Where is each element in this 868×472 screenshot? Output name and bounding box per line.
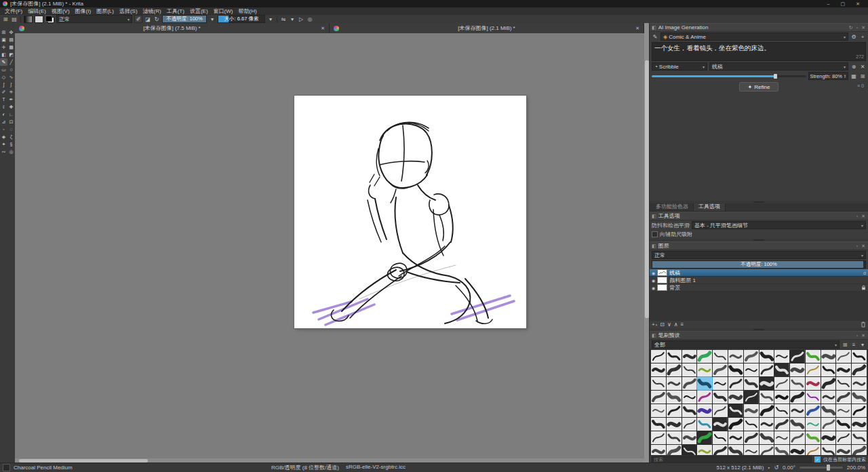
document-tab[interactable]: [未保存图像] (2.1 MiB) *✕ [330, 23, 644, 33]
brush-preset[interactable] [728, 445, 743, 455]
move-layer-down-button[interactable]: ∨ [667, 321, 671, 328]
brush-preset[interactable] [774, 445, 789, 455]
docker-menu-icon[interactable]: ◧ [652, 214, 656, 219]
brush-preset[interactable] [806, 391, 821, 404]
brush-preset[interactable] [728, 391, 743, 404]
brush-preset[interactable] [713, 445, 728, 455]
float-docker-icon[interactable]: ▫ [856, 333, 858, 338]
size-dropdown-icon[interactable]: ▾ [768, 465, 770, 470]
brush-preset[interactable] [806, 418, 821, 431]
pattern-chooser[interactable] [35, 16, 43, 23]
layer-row[interactable]: ◉线稿α [650, 269, 868, 277]
brush-preset[interactable] [790, 418, 805, 431]
fill-tool[interactable]: ◧ [0, 51, 7, 58]
brush-preset[interactable] [728, 431, 743, 444]
brush-preset[interactable] [852, 391, 867, 404]
dynamic-brush-tool[interactable]: ✐ [0, 88, 7, 96]
canvas-viewport[interactable] [15, 33, 644, 458]
menu-item[interactable]: 工具(T) [164, 7, 187, 15]
snap-assistants-checkbox[interactable] [652, 231, 658, 237]
gradient-tool[interactable]: ▤ [7, 36, 15, 43]
brush-preset[interactable] [682, 350, 697, 363]
brush-preset[interactable] [852, 431, 867, 444]
strength-slider[interactable] [652, 75, 806, 77]
color-sampler-tool[interactable]: ✛ [0, 43, 7, 51]
docker-menu-icon[interactable]: ◧ [652, 333, 656, 338]
ellipse-tool[interactable]: ○ [7, 66, 15, 73]
refine-button[interactable]: ✦ Refine [739, 82, 779, 92]
brush-preset[interactable] [651, 418, 666, 431]
brush-preset[interactable] [790, 350, 805, 363]
view-options-icon[interactable]: ▾ [859, 341, 866, 348]
zoom-slider[interactable] [800, 467, 843, 469]
alpha-lock-icon[interactable]: α [863, 271, 866, 275]
brush-preset[interactable] [728, 404, 743, 417]
view-list-icon[interactable]: ≡ [850, 341, 857, 348]
freehand-select-tool[interactable]: ζ [7, 133, 15, 140]
bezier-curve-tool[interactable]: ʃ [0, 81, 7, 88]
brush-preset[interactable] [821, 431, 836, 444]
brush-preset[interactable] [744, 350, 759, 363]
polyline-tool[interactable]: ∿ [7, 73, 15, 81]
brush-size-slider[interactable]: 大小: 6.67 像素 [218, 15, 265, 23]
docker-menu-icon[interactable]: ◧ [652, 243, 656, 249]
settings-gear-icon[interactable]: ⚙ [850, 33, 857, 40]
strength-knob[interactable] [774, 74, 777, 79]
layer-visibility-icon[interactable]: ◉ [652, 271, 655, 275]
brush-preset[interactable] [682, 377, 697, 390]
region-settings-icon[interactable]: ⊞ [859, 73, 866, 79]
brush-preset[interactable] [697, 404, 712, 417]
brush-preset[interactable] [774, 431, 789, 444]
opacity-dropdown-icon[interactable]: ▾ [209, 16, 216, 22]
maximize-button[interactable]: ▢ [841, 1, 846, 7]
float-docker-icon[interactable]: ▫ [856, 214, 858, 219]
colorize-mask-tool[interactable]: ◐ [0, 111, 7, 118]
add-layer-button[interactable]: +▾ [652, 321, 657, 328]
rectangle-tool[interactable]: ▭ [0, 66, 7, 73]
reset-rotation-icon[interactable]: ↺ [774, 465, 778, 471]
zoom-slider-knob[interactable] [827, 465, 830, 471]
remove-control-icon[interactable]: ✕ [859, 63, 866, 70]
wrap-around-icon[interactable]: ◎ [307, 16, 313, 22]
size-dropdown-icon[interactable]: ▾ [267, 16, 274, 22]
menu-item[interactable]: 帮助(H) [235, 7, 259, 15]
brush-preset[interactable] [806, 445, 821, 455]
close-docker-icon[interactable]: ✕ [861, 214, 865, 219]
brush-preset[interactable] [821, 391, 836, 404]
close-docker-icon[interactable]: ✕ [861, 333, 865, 338]
stabilizer-combo[interactable]: 基本 - 只平滑笔画细节 ▾ [692, 221, 866, 229]
brush-preset[interactable] [697, 350, 712, 363]
brush-preset[interactable] [744, 418, 759, 431]
brush-preset[interactable] [760, 377, 774, 390]
brush-preset[interactable] [744, 377, 759, 390]
brush-preset[interactable] [821, 377, 836, 390]
multibrush-tool[interactable]: ✳ [7, 88, 15, 96]
brush-preset[interactable] [667, 377, 682, 390]
brush-preset[interactable] [790, 404, 805, 417]
edit-brush-settings-icon[interactable]: ✐ [134, 15, 142, 23]
brush-preset[interactable] [806, 377, 821, 390]
brush-preset[interactable] [682, 404, 697, 417]
brush-preset[interactable] [836, 445, 851, 455]
menu-item[interactable]: 窗口(W) [211, 7, 236, 15]
close-tab-icon[interactable]: ✕ [321, 26, 325, 31]
brush-preset[interactable] [836, 350, 851, 363]
brush-preset[interactable] [836, 377, 851, 390]
brush-preset[interactable] [667, 350, 682, 363]
brush-preset[interactable] [836, 418, 851, 431]
brush-preset[interactable] [836, 404, 851, 417]
brush-preset[interactable] [821, 445, 836, 455]
brush-preset[interactable] [651, 377, 666, 390]
layer-visibility-icon[interactable]: ◉ [652, 286, 655, 290]
similar-select-tool[interactable]: ✦ [0, 140, 7, 148]
close-docker-icon[interactable]: ✕ [861, 25, 865, 31]
display-mode-icon[interactable]: ▦ [850, 73, 857, 79]
mirror-vertical-icon[interactable]: ▷ [298, 16, 304, 22]
brush-preset[interactable] [774, 350, 789, 363]
menu-item[interactable]: 文件(F) [2, 7, 25, 15]
float-docker-icon[interactable]: ▫ [856, 25, 858, 31]
brush-preset[interactable] [774, 377, 789, 390]
text-tool[interactable]: T [0, 96, 7, 103]
brush-preset[interactable] [744, 404, 759, 417]
brush-preset[interactable] [651, 445, 666, 455]
